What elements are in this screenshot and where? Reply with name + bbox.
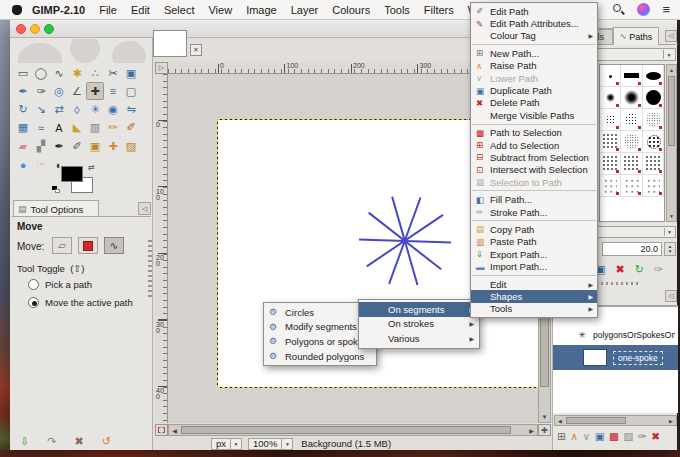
paths-dock-collapse-button[interactable]: ◁ xyxy=(665,290,677,302)
menubar-item-image[interactable]: Image xyxy=(239,4,284,16)
brush-noise-sm[interactable] xyxy=(600,109,621,131)
menu-item-raise-path[interactable]: ∧Raise Path xyxy=(471,60,597,72)
brush-filter-dropdown-icon[interactable]: ▼ xyxy=(663,50,674,59)
menu-item-fill-path[interactable]: ◧Fill Path... xyxy=(471,193,597,205)
tool-perspective[interactable]: ◊ xyxy=(68,101,86,119)
duplicate-path-button[interactable]: ▣ xyxy=(595,429,605,443)
menu-item-colour-tag[interactable]: Colour Tag▶ xyxy=(471,30,597,42)
delete-path-button[interactable]: ✖ xyxy=(651,429,660,443)
brush-noise-disc[interactable] xyxy=(621,131,642,153)
menu-item-delete-path[interactable]: ✖Delete Path xyxy=(471,97,597,109)
menu-item-add-to-selection[interactable]: ⊞Add to Selection xyxy=(471,139,597,151)
dock-drag-handle[interactable] xyxy=(601,282,641,285)
canvas-menu-button[interactable]: ▷ xyxy=(155,62,168,74)
scroll-left-icon[interactable]: ◀ xyxy=(169,425,180,435)
brush-sparse-b[interactable] xyxy=(621,175,642,197)
tool-scissors-select[interactable]: ✂ xyxy=(104,64,122,82)
tool-select-by-color[interactable]: ∴ xyxy=(86,64,104,82)
brush-dot[interactable] xyxy=(600,65,621,87)
apple-menu-icon[interactable] xyxy=(10,4,24,16)
brush-fuzzy-small[interactable] xyxy=(600,87,621,109)
submenu-item-various[interactable]: Various▶ xyxy=(359,331,479,346)
tool-bucket-fill[interactable]: ◣ xyxy=(68,119,86,137)
spin-down-icon[interactable]: ▼ xyxy=(668,249,672,254)
menu-item-subtract-from-selection[interactable]: ⊟Subtract from Selection xyxy=(471,151,597,163)
tool-options-tab[interactable]: ▤ Tool Options xyxy=(13,200,99,217)
menubar-item-colours[interactable]: Colours xyxy=(325,4,377,16)
brush-spacing-input[interactable]: 20.0 xyxy=(602,242,662,256)
tool-rectangle-select[interactable]: ▭ xyxy=(14,64,32,82)
tool-airbrush[interactable]: ▞ xyxy=(32,137,50,155)
menu-item-export-path[interactable]: ⇓Export Path... xyxy=(471,248,597,260)
dock-collapse-button[interactable]: ◁ xyxy=(665,30,677,42)
tool-paintbrush[interactable]: ✐ xyxy=(122,119,140,137)
scroll-right-icon[interactable]: ▶ xyxy=(526,425,537,435)
brush-scroll-down-icon[interactable]: ▼ xyxy=(667,211,676,221)
brush-ellipse[interactable] xyxy=(643,65,664,87)
new-path-button[interactable]: ⊞ xyxy=(557,429,566,443)
stroke-path-button[interactable]: ✑ xyxy=(638,429,647,443)
menu-item-path-to-selection[interactable]: ▩Path to Selection xyxy=(471,127,597,139)
tool-heal[interactable]: ✚ xyxy=(104,137,122,155)
tool-warp-transform[interactable]: ≈ xyxy=(32,119,50,137)
tool-text[interactable]: A xyxy=(50,119,68,137)
tool-unified-transform[interactable]: ✳ xyxy=(86,101,104,119)
brush-noise-lg[interactable] xyxy=(643,109,664,131)
zoom-dropdown-icon[interactable]: ▼ xyxy=(281,439,292,449)
radio-pick-a-path[interactable]: Pick a path xyxy=(28,279,92,290)
menubar-item-file[interactable]: File xyxy=(92,4,124,16)
tool-flip[interactable]: ⇋ xyxy=(122,101,140,119)
menu-item-merge-visible-paths[interactable]: Merge Visible Paths xyxy=(471,109,597,121)
menu-item-edit-path[interactable]: ✐Edit Path xyxy=(471,5,597,17)
tool-blur-sharpen[interactable]: ● xyxy=(14,156,32,174)
submenu-item-rounded-polygons[interactable]: ⚙Rounded polygons xyxy=(264,349,376,364)
unit-select[interactable]: px ▼ xyxy=(211,438,242,450)
tool-paths[interactable]: ✒ xyxy=(14,82,32,100)
tool-ellipse-select[interactable]: ◯ xyxy=(32,64,50,82)
menu-item-stroke-path[interactable]: ✑Stroke Path... xyxy=(471,206,597,218)
tool-fuzzy-select[interactable]: ✱ xyxy=(68,64,86,82)
scroll-down-icon[interactable]: ▼ xyxy=(539,411,550,422)
delete-tool-preset-button[interactable]: ✖ xyxy=(74,435,83,447)
tool-handle-transform[interactable]: ◉ xyxy=(104,101,122,119)
menu-item-paste-path[interactable]: ▥Paste Path xyxy=(471,236,597,248)
brush-scrollbar[interactable]: ▲ ▼ xyxy=(666,64,677,222)
paths-scroll-left-icon[interactable]: ◀ xyxy=(555,416,565,425)
tool-eraser[interactable]: ▰ xyxy=(14,137,32,155)
menu-item-import-path[interactable]: ▬Import Path... xyxy=(471,260,597,272)
menubar-item-view[interactable]: View xyxy=(201,4,239,16)
menu-item-tools[interactable]: Tools▶ xyxy=(471,303,597,315)
brush-scatter-b[interactable] xyxy=(600,153,621,175)
restore-tool-preset-button[interactable]: ↷ xyxy=(47,435,56,447)
reset-tool-options-button[interactable]: ↺ xyxy=(102,435,111,447)
brush-disc[interactable] xyxy=(643,87,664,109)
tool-options-collapse-button[interactable]: ◁ xyxy=(138,202,151,215)
horizontal-scrollbar-thumb[interactable] xyxy=(181,426,511,434)
paths-scroll-right-icon[interactable]: ▶ xyxy=(666,416,676,425)
path-row-polygons[interactable]: ✳ polygonsOrSpokesOnSe xyxy=(553,325,678,344)
menubar-item-gimp-2-10[interactable]: GIMP-2.10 xyxy=(30,4,92,16)
tool-mypaint-brush[interactable]: ✐ xyxy=(68,137,86,155)
tool-measure[interactable]: ∠ xyxy=(68,82,86,100)
tab-paths[interactable]: ∿ Paths xyxy=(613,27,659,45)
submenu-item-on-segments[interactable]: On segments▶ xyxy=(359,302,479,317)
paths-scrollbar-thumb[interactable] xyxy=(566,417,626,424)
window-zoom-button[interactable] xyxy=(44,24,54,34)
refresh-brushes-button[interactable]: ↻ xyxy=(635,262,644,276)
menubar-item-tools[interactable]: Tools xyxy=(377,4,417,16)
menu-item-shapes[interactable]: Shapes▶ xyxy=(471,290,597,302)
selection-to-path-button[interactable]: ▨ xyxy=(624,429,634,443)
notification-center-icon[interactable]: ≡ xyxy=(662,3,670,16)
foreground-color-swatch[interactable] xyxy=(61,166,83,182)
unit-dropdown-icon[interactable]: ▼ xyxy=(230,439,241,449)
menu-item-edit-path-attributes[interactable]: ✎Edit Path Attributes... xyxy=(471,17,597,29)
brush-fuzzy-large[interactable] xyxy=(621,87,642,109)
brush-scroll-up-icon[interactable]: ▲ xyxy=(667,65,676,75)
tool-smudge[interactable]: ☞ xyxy=(32,156,50,174)
menu-item-intersect-with-selection[interactable]: ⊡Intersect with Selection xyxy=(471,164,597,176)
path-row-one-spoke[interactable]: one-spoke xyxy=(553,345,678,370)
menubar-item-filters[interactable]: Filters xyxy=(417,4,461,16)
spotlight-icon[interactable] xyxy=(612,3,625,16)
tool-free-select[interactable]: ∿ xyxy=(50,64,68,82)
siri-icon[interactable] xyxy=(637,3,650,16)
